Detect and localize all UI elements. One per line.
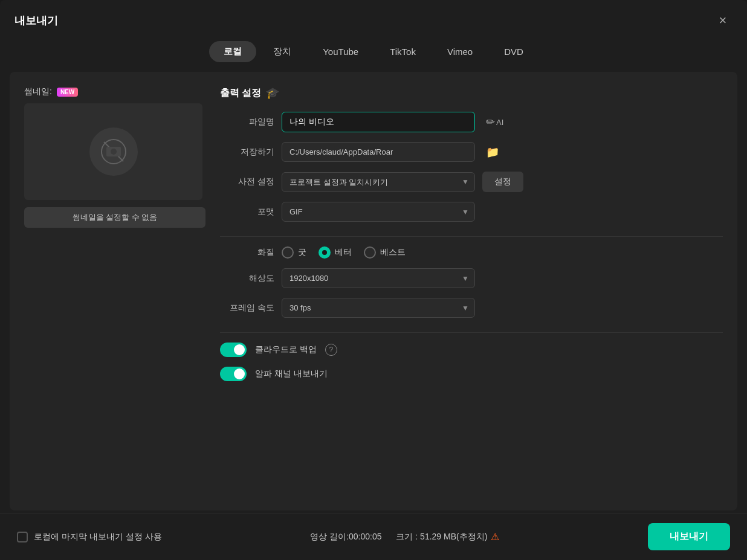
format-row: 포맷 GIF ▼ <box>220 202 723 222</box>
cloud-backup-row: 클라우드로 백업 ? <box>220 343 723 357</box>
resolution-label: 해상도 <box>220 273 274 284</box>
quality-best[interactable]: 베스트 <box>364 246 406 259</box>
footer-checkbox-label: 로컬에 마지막 내보내기 설정 사용 <box>34 532 162 542</box>
svg-point-3 <box>111 149 117 155</box>
preset-select-wrapper: 프로젝트 설정과 일치시키기 ▼ <box>282 172 475 192</box>
alpha-channel-row: 알파 채널 내보내기 <box>220 367 723 381</box>
quality-good-radio[interactable] <box>282 246 294 259</box>
quality-label: 화질 <box>220 247 274 258</box>
warning-icon: ⚠ <box>491 531 499 542</box>
save-path-input[interactable] <box>282 142 475 162</box>
preset-select[interactable]: 프로젝트 설정과 일치시키기 <box>282 172 475 192</box>
framerate-row: 프레임 속도 30 fps ▼ <box>220 298 723 318</box>
quality-row: 화질 굿 베터 베스트 <box>220 246 723 259</box>
resolution-select-wrapper: 1920x1080 ▼ <box>282 268 475 288</box>
dialog-header: 내보내기 × <box>0 0 747 36</box>
cloud-backup-label: 클라우드로 백업 <box>255 344 317 355</box>
footer-duration: 영상 길이:00:00:05 <box>310 532 381 542</box>
framerate-label: 프레임 속도 <box>220 303 274 314</box>
ai-icon: ✏ <box>486 115 495 129</box>
footer-size-text: 크기 : 51.29 MB(추정치) <box>396 532 487 542</box>
left-panel: 썸네일: NEW 썸네일을 설정할 수 없음 <box>24 86 205 496</box>
quality-best-label: 베스트 <box>380 247 406 258</box>
filename-input[interactable] <box>282 112 475 132</box>
format-select[interactable]: GIF <box>282 202 475 222</box>
new-badge: NEW <box>57 88 78 97</box>
no-thumbnail-icon <box>100 138 127 165</box>
tab-device[interactable]: 장치 <box>259 41 306 62</box>
save-to-row: 저장하기 📁 <box>220 142 723 162</box>
preset-settings-button[interactable]: 설정 <box>482 172 523 192</box>
framerate-select[interactable]: 30 fps <box>282 298 475 318</box>
right-panel: 출력 설정 🎓 파일명 ✏AI 저장하기 📁 사전 설정 <box>220 86 723 496</box>
tab-dvd[interactable]: DVD <box>490 42 538 62</box>
dialog-title: 내보내기 <box>15 13 58 28</box>
thumbnail-box <box>24 103 202 200</box>
framerate-select-wrapper: 30 fps ▼ <box>282 298 475 318</box>
filename-row: 파일명 ✏AI <box>220 112 723 132</box>
format-select-wrapper: GIF ▼ <box>282 202 475 222</box>
preset-label: 사전 설정 <box>220 176 274 187</box>
resolution-row: 해상도 1920x1080 ▼ <box>220 268 723 288</box>
footer-checkbox[interactable] <box>17 532 28 542</box>
preset-row: 사전 설정 프로젝트 설정과 일치시키기 ▼ 설정 <box>220 172 723 192</box>
cloud-backup-toggle[interactable] <box>220 343 247 357</box>
ai-label: AI <box>496 118 503 127</box>
tab-local[interactable]: 로컬 <box>209 41 256 62</box>
alpha-channel-label: 알파 채널 내보내기 <box>255 369 328 379</box>
folder-button[interactable]: 📁 <box>482 143 503 161</box>
footer-duration-value: 00:00:05 <box>349 532 382 541</box>
quality-better[interactable]: 베터 <box>319 246 352 259</box>
thumbnail-cant-set-button[interactable]: 썸네일을 설정할 수 없음 <box>24 207 205 228</box>
footer-size: 크기 : 51.29 MB(추정치) ⚠ <box>396 531 499 542</box>
tab-vimeo[interactable]: Vimeo <box>433 42 487 62</box>
footer-left: 로컬에 마지막 내보내기 설정 사용 <box>17 532 162 542</box>
output-settings-title: 출력 설정 🎓 <box>220 86 723 100</box>
ai-button[interactable]: ✏AI <box>482 113 507 131</box>
divider-2 <box>220 332 723 333</box>
resolution-select[interactable]: 1920x1080 <box>282 268 475 288</box>
quality-good-label: 굿 <box>298 247 306 258</box>
quality-better-label: 베터 <box>335 247 352 258</box>
thumbnail-label-text: 썸네일: <box>24 86 52 97</box>
filename-label: 파일명 <box>220 117 274 127</box>
save-to-label: 저장하기 <box>220 147 274 158</box>
quality-radio-group: 굿 베터 베스트 <box>282 246 406 259</box>
tab-youtube[interactable]: YouTube <box>308 42 373 62</box>
footer-duration-label: 영상 길이: <box>310 532 349 541</box>
quality-good[interactable]: 굿 <box>282 246 306 259</box>
alpha-channel-toggle[interactable] <box>220 367 247 381</box>
tab-bar: 로컬 장치 YouTube TikTok Vimeo DVD <box>0 36 747 72</box>
dialog-footer: 로컬에 마지막 내보내기 설정 사용 영상 길이:00:00:05 크기 : 5… <box>0 513 747 560</box>
divider-1 <box>220 236 723 237</box>
footer-center: 영상 길이:00:00:05 크기 : 51.29 MB(추정치) ⚠ <box>310 531 499 542</box>
output-settings-label: 출력 설정 <box>220 87 261 100</box>
grad-cap-icon: 🎓 <box>266 86 279 100</box>
thumbnail-placeholder <box>89 127 138 176</box>
format-label: 포맷 <box>220 207 274 217</box>
quality-better-radio[interactable] <box>319 246 331 259</box>
close-button[interactable]: × <box>713 11 732 30</box>
cloud-backup-help-icon[interactable]: ? <box>325 344 337 356</box>
quality-best-radio[interactable] <box>364 246 376 259</box>
export-dialog: 내보내기 × 로컬 장치 YouTube TikTok Vimeo DVD 썸네… <box>0 0 747 560</box>
dialog-body: 썸네일: NEW 썸네일을 설정할 수 없음 출력 설정 🎓 <box>10 72 737 510</box>
export-button[interactable]: 내보내기 <box>648 523 730 550</box>
tab-tiktok[interactable]: TikTok <box>375 42 430 62</box>
thumbnail-label: 썸네일: NEW <box>24 86 205 97</box>
